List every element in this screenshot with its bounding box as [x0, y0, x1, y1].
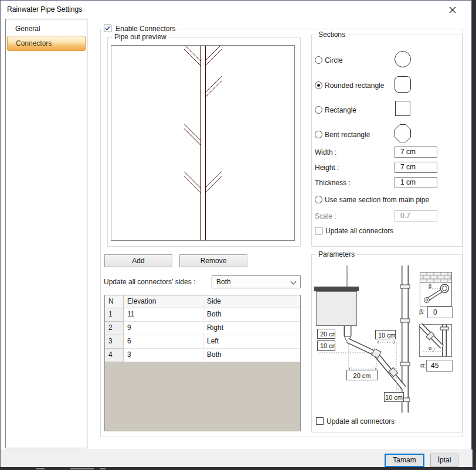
taskbar-glimpse — [100, 468, 106, 469]
cell-n: 3 — [105, 335, 124, 349]
add-button[interactable]: Add — [104, 254, 172, 267]
cancel-button[interactable]: İptal — [430, 454, 458, 467]
dialog-window: Rainwater Pipe Settings General Connecto… — [0, 0, 472, 466]
cancel-button-label: İptal — [438, 456, 451, 464]
width-label: Width : — [315, 148, 336, 156]
radio-circle-label: Circle — [325, 56, 343, 64]
category-list: General Connectors — [5, 19, 87, 448]
cell-side[interactable]: Both — [203, 308, 300, 322]
dim-field-offset-10[interactable]: 10 cm — [375, 330, 396, 339]
thickness-field[interactable]: 1 cm — [395, 177, 437, 188]
radio-bent-rectangle-label: Bent rectangle — [325, 131, 370, 139]
check-icon — [104, 25, 111, 32]
enable-connectors-row: Enable Connectors — [103, 24, 178, 33]
table-row[interactable]: 1 11 Both — [105, 308, 300, 322]
sides-label: Update all connectors' sides : — [104, 278, 195, 286]
parameters-update-all-label: Update all connectors — [327, 417, 395, 425]
remove-button[interactable]: Remove — [179, 254, 247, 267]
width-field[interactable]: 7 cm — [395, 147, 437, 158]
enable-connectors-checkbox[interactable] — [104, 25, 111, 32]
use-same-section-label: Use same section from main pipe — [325, 196, 429, 204]
cell-n: 2 — [105, 322, 124, 335]
chevron-down-icon — [291, 279, 297, 285]
ok-button-label: Tamam — [393, 456, 416, 464]
sidebar-item-general[interactable]: General — [7, 22, 86, 36]
close-button[interactable] — [447, 4, 458, 16]
sidebar-item-label: Connectors — [16, 39, 52, 47]
radio-use-same-section[interactable] — [315, 196, 322, 203]
table-row[interactable]: 3 6 Left — [105, 335, 300, 349]
pipe-preview-title: Pipe out preview — [112, 33, 169, 41]
dim-field-drop-20[interactable]: 20 cm — [317, 329, 335, 339]
dim-field-run-20[interactable]: 20 cm — [346, 370, 378, 380]
cell-elevation[interactable]: 9 — [124, 322, 203, 335]
footer-bar: Tamam İptal — [1, 449, 472, 467]
beta-field[interactable]: 0 — [427, 306, 453, 318]
scale-field[interactable]: 0.7 — [395, 210, 437, 222]
circle-shape-icon — [395, 51, 411, 67]
height-field[interactable]: 7 cm — [395, 162, 437, 173]
pipe-preview-canvas — [111, 45, 295, 241]
cell-elevation[interactable]: 6 — [124, 335, 203, 349]
column-header-elevation[interactable]: Elevation — [124, 295, 203, 308]
table-row[interactable]: 2 9 Right — [105, 322, 300, 335]
radio-bent-rectangle[interactable] — [315, 131, 322, 138]
cell-n: 4 — [105, 349, 124, 362]
enable-connectors-label: Enable Connectors — [115, 25, 175, 33]
radio-rounded-rectangle[interactable] — [315, 81, 322, 89]
dim-field-end-10[interactable]: 10 cm — [384, 392, 404, 402]
ok-button[interactable]: Tamam — [385, 454, 424, 467]
connectors-table: N Elevation Side 1 11 Both 2 9 Right 3 6… — [104, 295, 301, 431]
title-bar: Rainwater Pipe Settings — [1, 1, 471, 18]
sections-update-all-label: Update all connectors — [325, 227, 393, 235]
alpha-field[interactable]: 45 — [426, 360, 453, 372]
add-button-label: Add — [132, 257, 144, 265]
cell-side[interactable]: Right — [203, 322, 300, 335]
table-header-row: N Elevation Side — [105, 295, 300, 308]
remove-button-label: Remove — [200, 257, 227, 265]
parameters-update-all-checkbox[interactable] — [316, 417, 324, 425]
column-header-n[interactable]: N — [105, 295, 124, 308]
rounded-rectangle-shape-icon — [395, 76, 411, 93]
sides-dropdown-value: Both — [216, 278, 231, 286]
table-row[interactable]: 4 3 Both — [105, 349, 300, 362]
thickness-label: Thickness : — [315, 179, 351, 187]
beta-label: β: — [419, 308, 424, 315]
radio-rectangle-label: Rectangle — [325, 106, 356, 114]
sidebar-item-label: General — [15, 25, 40, 33]
bent-rectangle-shape-icon — [395, 124, 411, 142]
cell-side[interactable]: Left — [203, 335, 300, 349]
window-title: Rainwater Pipe Settings — [7, 5, 82, 13]
cell-elevation[interactable]: 3 — [124, 349, 203, 362]
taskbar-glimpse — [70, 468, 94, 469]
scale-label: Scale : — [315, 212, 336, 220]
close-icon — [449, 6, 456, 13]
parameters-title: Parameters — [316, 250, 357, 258]
dim-field-drop-10[interactable]: 10 cm — [317, 340, 335, 351]
radio-circle[interactable] — [315, 56, 322, 64]
alpha-label: α: — [420, 362, 426, 369]
radio-rectangle[interactable] — [315, 106, 322, 114]
height-label: Height : — [315, 164, 339, 172]
sidebar-item-connectors[interactable]: Connectors — [7, 36, 86, 51]
radio-rounded-rectangle-label: Rounded rectangle — [325, 81, 384, 90]
sections-update-all-checkbox[interactable] — [315, 227, 322, 234]
desktop-edge-right — [472, 0, 476, 470]
cell-n: 1 — [105, 308, 124, 322]
sides-dropdown[interactable]: Both — [212, 275, 301, 288]
pipe-preview-svg — [111, 46, 294, 240]
taskbar-glimpse — [36, 468, 45, 469]
column-header-side[interactable]: Side — [203, 295, 300, 308]
cell-elevation[interactable]: 11 — [124, 308, 203, 322]
cell-side[interactable]: Both — [203, 349, 300, 362]
sections-title: Sections — [316, 30, 348, 39]
rectangle-shape-icon — [395, 101, 410, 116]
